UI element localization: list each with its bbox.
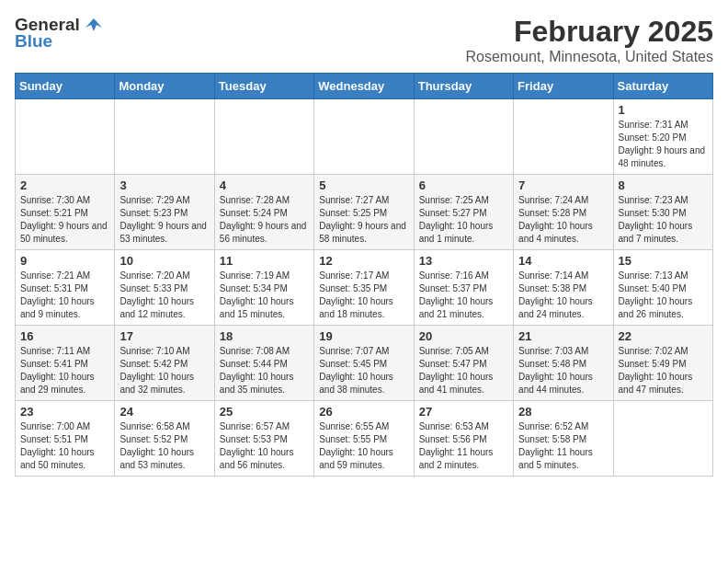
- day-info: Sunrise: 7:25 AM Sunset: 5:27 PM Dayligh…: [419, 194, 508, 246]
- day-info: Sunrise: 7:10 AM Sunset: 5:42 PM Dayligh…: [119, 345, 209, 396]
- day-number: 25: [220, 405, 309, 419]
- calendar-week-4: 16Sunrise: 7:11 AM Sunset: 5:41 PM Dayli…: [16, 326, 713, 401]
- day-number: 26: [319, 405, 408, 419]
- calendar-cell: 9Sunrise: 7:21 AM Sunset: 5:31 PM Daylig…: [16, 250, 115, 326]
- day-info: Sunrise: 7:08 AM Sunset: 5:44 PM Dayligh…: [220, 345, 309, 396]
- day-header-saturday: Saturday: [613, 74, 712, 99]
- day-info: Sunrise: 7:05 AM Sunset: 5:47 PM Dayligh…: [419, 345, 508, 396]
- day-info: Sunrise: 6:53 AM Sunset: 5:56 PM Dayligh…: [419, 420, 508, 472]
- main-title: February 2025: [466, 15, 713, 49]
- calendar-cell: 18Sunrise: 7:08 AM Sunset: 5:44 PM Dayli…: [214, 326, 313, 401]
- day-number: 8: [619, 178, 708, 192]
- day-number: 28: [518, 405, 608, 419]
- day-header-monday: Monday: [115, 74, 214, 99]
- day-number: 7: [518, 178, 608, 192]
- calendar-cell: 5Sunrise: 7:27 AM Sunset: 5:25 PM Daylig…: [314, 175, 414, 250]
- day-info: Sunrise: 7:07 AM Sunset: 5:45 PM Dayligh…: [319, 345, 408, 396]
- day-info: Sunrise: 7:11 AM Sunset: 5:41 PM Dayligh…: [20, 345, 109, 396]
- day-info: Sunrise: 6:57 AM Sunset: 5:53 PM Dayligh…: [220, 420, 309, 472]
- calendar-cell: 28Sunrise: 6:52 AM Sunset: 5:58 PM Dayli…: [514, 401, 613, 477]
- calendar-cell: [613, 401, 712, 477]
- calendar-cell: 27Sunrise: 6:53 AM Sunset: 5:56 PM Dayli…: [414, 401, 513, 477]
- calendar-cell: 22Sunrise: 7:02 AM Sunset: 5:49 PM Dayli…: [613, 326, 712, 401]
- logo-blue: Blue: [15, 31, 52, 52]
- calendar-cell: 2Sunrise: 7:30 AM Sunset: 5:21 PM Daylig…: [16, 175, 115, 250]
- day-number: 4: [220, 178, 309, 192]
- day-info: Sunrise: 7:14 AM Sunset: 5:38 PM Dayligh…: [518, 270, 608, 321]
- subtitle: Rosemount, Minnesota, United States: [466, 49, 713, 65]
- svg-marker-0: [85, 18, 102, 31]
- calendar-cell: [115, 99, 214, 175]
- day-info: Sunrise: 6:55 AM Sunset: 5:55 PM Dayligh…: [319, 420, 408, 472]
- day-info: Sunrise: 7:29 AM Sunset: 5:23 PM Dayligh…: [119, 194, 209, 246]
- day-info: Sunrise: 6:58 AM Sunset: 5:52 PM Dayligh…: [119, 420, 209, 472]
- calendar-cell: 23Sunrise: 7:00 AM Sunset: 5:51 PM Dayli…: [16, 401, 115, 477]
- calendar-cell: 8Sunrise: 7:23 AM Sunset: 5:30 PM Daylig…: [613, 175, 712, 250]
- calendar-cell: 20Sunrise: 7:05 AM Sunset: 5:47 PM Dayli…: [414, 326, 513, 401]
- day-number: 1: [619, 103, 708, 117]
- calendar-cell: 1Sunrise: 7:31 AM Sunset: 5:20 PM Daylig…: [613, 99, 712, 175]
- day-info: Sunrise: 7:20 AM Sunset: 5:33 PM Dayligh…: [119, 270, 209, 321]
- day-number: 23: [20, 405, 109, 419]
- day-number: 5: [319, 178, 408, 192]
- day-number: 17: [119, 329, 209, 343]
- day-info: Sunrise: 7:19 AM Sunset: 5:34 PM Dayligh…: [220, 270, 309, 321]
- calendar-cell: 26Sunrise: 6:55 AM Sunset: 5:55 PM Dayli…: [314, 401, 414, 477]
- day-info: Sunrise: 7:16 AM Sunset: 5:37 PM Dayligh…: [419, 270, 508, 321]
- day-number: 19: [319, 329, 408, 343]
- day-info: Sunrise: 7:17 AM Sunset: 5:35 PM Dayligh…: [319, 270, 408, 321]
- day-number: 24: [119, 405, 209, 419]
- logo: General Blue: [15, 15, 104, 52]
- day-header-sunday: Sunday: [16, 74, 115, 99]
- calendar-cell: [514, 99, 613, 175]
- day-header-wednesday: Wednesday: [314, 74, 414, 99]
- calendar-cell: [16, 99, 115, 175]
- calendar-cell: 13Sunrise: 7:16 AM Sunset: 5:37 PM Dayli…: [414, 250, 513, 326]
- title-block: February 2025 Rosemount, Minnesota, Unit…: [466, 15, 713, 65]
- day-number: 20: [419, 329, 508, 343]
- day-number: 15: [619, 254, 708, 268]
- day-header-friday: Friday: [514, 74, 613, 99]
- day-number: 14: [518, 254, 608, 268]
- day-info: Sunrise: 6:52 AM Sunset: 5:58 PM Dayligh…: [518, 420, 608, 472]
- calendar-cell: 19Sunrise: 7:07 AM Sunset: 5:45 PM Dayli…: [314, 326, 414, 401]
- calendar-cell: 11Sunrise: 7:19 AM Sunset: 5:34 PM Dayli…: [214, 250, 313, 326]
- day-number: 27: [419, 405, 508, 419]
- calendar-cell: 25Sunrise: 6:57 AM Sunset: 5:53 PM Dayli…: [214, 401, 313, 477]
- day-info: Sunrise: 7:24 AM Sunset: 5:28 PM Dayligh…: [518, 194, 608, 246]
- calendar-cell: 15Sunrise: 7:13 AM Sunset: 5:40 PM Dayli…: [613, 250, 712, 326]
- day-number: 3: [119, 178, 209, 192]
- calendar-week-1: 1Sunrise: 7:31 AM Sunset: 5:20 PM Daylig…: [16, 99, 713, 175]
- day-number: 13: [419, 254, 508, 268]
- day-info: Sunrise: 7:02 AM Sunset: 5:49 PM Dayligh…: [619, 345, 708, 396]
- day-info: Sunrise: 7:23 AM Sunset: 5:30 PM Dayligh…: [619, 194, 708, 246]
- calendar-week-5: 23Sunrise: 7:00 AM Sunset: 5:51 PM Dayli…: [16, 401, 713, 477]
- calendar-cell: 17Sunrise: 7:10 AM Sunset: 5:42 PM Dayli…: [115, 326, 214, 401]
- day-info: Sunrise: 7:28 AM Sunset: 5:24 PM Dayligh…: [220, 194, 309, 246]
- calendar-header-row: SundayMondayTuesdayWednesdayThursdayFrid…: [16, 74, 713, 99]
- calendar-cell: [214, 99, 313, 175]
- page-header: General Blue February 2025 Rosemount, Mi…: [15, 15, 713, 65]
- day-info: Sunrise: 7:27 AM Sunset: 5:25 PM Dayligh…: [319, 194, 408, 246]
- day-info: Sunrise: 7:30 AM Sunset: 5:21 PM Dayligh…: [20, 194, 109, 246]
- calendar-cell: 12Sunrise: 7:17 AM Sunset: 5:35 PM Dayli…: [314, 250, 414, 326]
- calendar-cell: 4Sunrise: 7:28 AM Sunset: 5:24 PM Daylig…: [214, 175, 313, 250]
- calendar-cell: 14Sunrise: 7:14 AM Sunset: 5:38 PM Dayli…: [514, 250, 613, 326]
- calendar-table: SundayMondayTuesdayWednesdayThursdayFrid…: [15, 73, 713, 477]
- day-info: Sunrise: 7:21 AM Sunset: 5:31 PM Dayligh…: [20, 270, 109, 321]
- calendar-cell: [414, 99, 513, 175]
- day-number: 12: [319, 254, 408, 268]
- calendar-cell: 24Sunrise: 6:58 AM Sunset: 5:52 PM Dayli…: [115, 401, 214, 477]
- day-info: Sunrise: 7:00 AM Sunset: 5:51 PM Dayligh…: [20, 420, 109, 472]
- calendar-cell: 21Sunrise: 7:03 AM Sunset: 5:48 PM Dayli…: [514, 326, 613, 401]
- day-info: Sunrise: 7:31 AM Sunset: 5:20 PM Dayligh…: [619, 119, 708, 170]
- logo-bird-icon: [84, 15, 104, 35]
- day-number: 18: [220, 329, 309, 343]
- calendar-cell: 6Sunrise: 7:25 AM Sunset: 5:27 PM Daylig…: [414, 175, 513, 250]
- day-number: 6: [419, 178, 508, 192]
- day-info: Sunrise: 7:13 AM Sunset: 5:40 PM Dayligh…: [619, 270, 708, 321]
- day-number: 21: [518, 329, 608, 343]
- day-number: 16: [20, 329, 109, 343]
- day-number: 2: [20, 178, 109, 192]
- day-number: 9: [20, 254, 109, 268]
